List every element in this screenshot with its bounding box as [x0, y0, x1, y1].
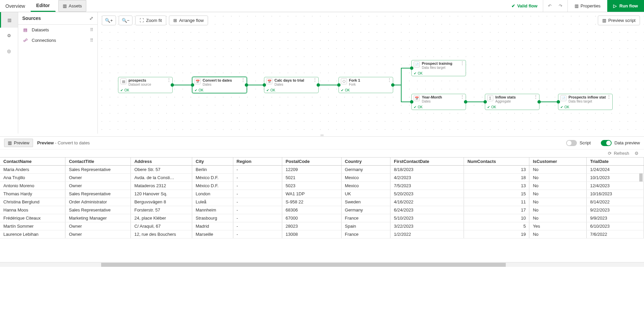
- table-cell: -: [233, 214, 282, 222]
- input-port[interactable]: [191, 83, 194, 87]
- arrange-flow-button[interactable]: ⊞ Arrange flow: [169, 16, 208, 25]
- table-row[interactable]: Thomas HardySales Representative120 Hano…: [0, 190, 644, 198]
- node-title: Fork 1: [349, 78, 360, 83]
- kebab-icon[interactable]: ⋮: [460, 61, 464, 65]
- expand-icon[interactable]: ⤢: [89, 16, 93, 21]
- preview-script-button[interactable]: ▥ Preview script: [598, 16, 640, 25]
- output-port[interactable]: [171, 83, 174, 87]
- output-port[interactable]: [464, 100, 467, 104]
- refresh-button[interactable]: ⟳ Refresh: [608, 151, 629, 156]
- table-row[interactable]: Antonio MorenoOwnerMataderos 2312México …: [0, 182, 644, 190]
- table-row[interactable]: Laurence LebihanOwner12, rue des Boucher…: [0, 230, 644, 238]
- output-port[interactable]: [245, 83, 248, 87]
- kebab-icon[interactable]: ⋮: [534, 95, 538, 99]
- column-header[interactable]: City: [192, 158, 233, 166]
- input-port[interactable]: [557, 100, 560, 104]
- table-row[interactable]: Maria AndersSales RepresentativeObere St…: [0, 166, 644, 174]
- preview-node-name: Convert to dates: [58, 140, 90, 145]
- node-calc-days[interactable]: 📅 Calc days to trial Dates ⋮ ✔OK: [264, 77, 319, 93]
- table-cell: 5/10/2023: [390, 214, 464, 222]
- flow-canvas[interactable]: 🔍+ 🔍− ⛶ Zoom fit ⊞ Arrange flow ▥ Previe…: [98, 12, 644, 134]
- input-port[interactable]: [410, 66, 413, 70]
- table-row[interactable]: Frédérique CiteauxMarketing Manager24, p…: [0, 214, 644, 222]
- properties-button[interactable]: ▥ Properties: [570, 2, 605, 10]
- preview-panel-button[interactable]: ▥ Preview: [4, 139, 33, 147]
- horizontal-scrollbar[interactable]: [0, 262, 644, 267]
- target-icon: 📄: [560, 95, 566, 101]
- column-header[interactable]: Address: [131, 158, 192, 166]
- kebab-icon[interactable]: ⋮: [241, 78, 245, 82]
- table-row[interactable]: Hanna MoosSales RepresentativeForsterstr…: [0, 206, 644, 214]
- table-cell: Owner: [65, 222, 131, 230]
- tab-editor[interactable]: Editor: [31, 0, 55, 12]
- table-row[interactable]: Martín SommerOwnerC/ Araquil, 67Madrid-2…: [0, 222, 644, 230]
- data-preview-table[interactable]: ContactNameContactTitleAddressCityRegion…: [0, 158, 644, 262]
- tab-overview[interactable]: Overview: [0, 0, 31, 12]
- kebab-icon[interactable]: ⋮: [387, 78, 391, 82]
- run-flow-button[interactable]: ▷ Run flow: [607, 0, 644, 12]
- column-header[interactable]: NumContacts: [464, 158, 529, 166]
- zoom-in-button[interactable]: 🔍+: [102, 16, 116, 25]
- kebab-icon[interactable]: ⋮: [167, 78, 171, 82]
- column-header[interactable]: TrialDate: [587, 158, 644, 166]
- rail-targets[interactable]: ◎: [0, 43, 18, 59]
- settings-icon[interactable]: ⚙: [635, 151, 639, 156]
- assets-button[interactable]: ▥ Assets: [58, 0, 86, 12]
- column-header[interactable]: PostalCode: [282, 158, 342, 166]
- node-prospects-inflow-stat[interactable]: 📄 Prospects inflow stat Data files targe…: [558, 94, 613, 110]
- input-port[interactable]: [337, 83, 341, 87]
- valid-flow-label: Valid flow: [517, 3, 537, 8]
- rail-processors[interactable]: ⚙: [0, 28, 18, 43]
- column-header[interactable]: FirstContactDate: [390, 158, 464, 166]
- column-header[interactable]: Region: [233, 158, 282, 166]
- input-port[interactable]: [484, 100, 487, 104]
- node-prospects[interactable]: ▤ prospects Dataset source ⋮ ✔OK: [118, 77, 173, 93]
- undo-button[interactable]: ↶: [546, 2, 554, 10]
- panel-resize-grip[interactable]: ═: [0, 134, 644, 136]
- redo-button[interactable]: ↷: [557, 2, 565, 10]
- input-port[interactable]: [263, 83, 266, 87]
- table-cell: 13: [464, 182, 529, 190]
- kebab-icon[interactable]: ⋮: [460, 95, 464, 99]
- script-toggle[interactable]: [566, 140, 577, 146]
- scrollbar-thumb[interactable]: [101, 263, 506, 267]
- table-cell: Berguvsvägen 8: [131, 198, 192, 206]
- kebab-icon[interactable]: ⋮: [313, 78, 317, 82]
- zoom-fit-button[interactable]: ⛶ Zoom fit: [135, 16, 166, 25]
- table-cell: Sales Representative: [65, 190, 131, 198]
- column-header[interactable]: ContactTitle: [65, 158, 131, 166]
- node-status: ✔OK: [195, 88, 203, 92]
- data-preview-toggle[interactable]: [601, 140, 612, 146]
- table-cell: No: [529, 198, 587, 206]
- table-cell: 10/1/2023: [587, 174, 644, 182]
- output-port[interactable]: [391, 83, 394, 87]
- node-inflow-stats[interactable]: Σ Inflow stats Aggregate ⋮ ✔OK: [485, 94, 539, 110]
- node-status: ✔OK: [414, 105, 422, 109]
- node-prospect-training[interactable]: 📄 Prospect training Data files target ⋮ …: [411, 60, 466, 76]
- source-datasets[interactable]: ▤ Datasets ⠿: [18, 25, 97, 35]
- drag-handle-icon[interactable]: ⠿: [90, 38, 93, 43]
- source-connections[interactable]: ☍ Connections ⠿: [18, 35, 97, 46]
- node-convert-to-dates[interactable]: 📅 Convert to dates Dates ⋮ ✔OK: [192, 77, 247, 93]
- rail-sources[interactable]: ▥: [0, 12, 18, 28]
- table-cell: 9/22/2023: [587, 206, 644, 214]
- zoom-out-button[interactable]: 🔍−: [119, 16, 133, 25]
- output-port[interactable]: [317, 83, 320, 87]
- table-row[interactable]: Ana TrujilloOwnerAvda. de la Consti…Méxi…: [0, 174, 644, 182]
- zoom-in-icon: 🔍+: [105, 18, 113, 23]
- column-header[interactable]: IsCustomer: [529, 158, 587, 166]
- table-cell: WA1 1DP: [282, 190, 342, 198]
- kebab-icon[interactable]: ⋮: [607, 95, 611, 99]
- input-port[interactable]: [410, 100, 413, 104]
- node-fork[interactable]: ⎔ Fork 1 Fork ⋮ ✔OK: [339, 77, 393, 93]
- column-header[interactable]: ContactName: [0, 158, 65, 166]
- output-port[interactable]: [537, 100, 541, 104]
- table-cell: 1/2/2022: [390, 230, 464, 238]
- drag-handle-icon[interactable]: ⠿: [90, 27, 93, 32]
- node-year-month[interactable]: 📅 Year-Month Dates ⋮ ✔OK: [411, 94, 466, 110]
- top-toolbar: Overview Editor ▥ Assets ✔ Valid flow ↶ …: [0, 0, 644, 12]
- column-header[interactable]: Country: [341, 158, 390, 166]
- vertical-scrollbar-thumb[interactable]: [639, 173, 643, 181]
- table-cell: Hanna Moos: [0, 206, 65, 214]
- table-row[interactable]: Christina BerglundOrder AdministratorBer…: [0, 198, 644, 206]
